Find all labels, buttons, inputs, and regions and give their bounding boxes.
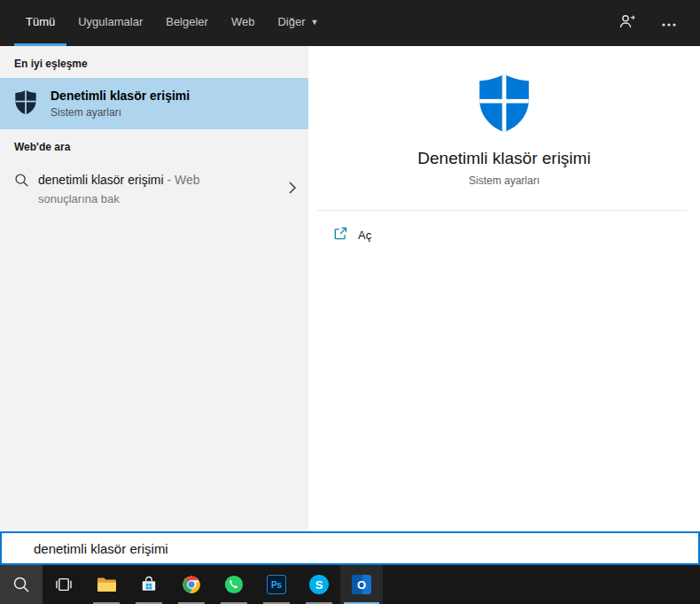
taskbar-photoshop[interactable]: Ps xyxy=(255,565,298,604)
photoshop-label: Ps xyxy=(271,580,282,590)
chevron-right-icon[interactable] xyxy=(287,179,298,200)
search-input[interactable] xyxy=(2,533,698,563)
web-search-text: denetimli klasör erişimi - Web sonuçları… xyxy=(38,171,200,208)
web-search-line2: sonuçlarına bak xyxy=(38,190,200,208)
preview-title: Denetimli klasör erişimi xyxy=(308,149,700,168)
taskbar-outlook[interactable]: O xyxy=(340,565,383,604)
ellipsis-icon[interactable] xyxy=(661,15,677,31)
open-action-label: Aç xyxy=(358,228,371,242)
web-search-header: Web'de ara xyxy=(0,129,308,161)
skype-icon: S xyxy=(309,575,329,594)
best-match-title: Denetimli klasör erişimi xyxy=(51,89,190,103)
tab-label: Diğer xyxy=(277,15,305,28)
outlook-label: O xyxy=(357,578,366,592)
tab-label: Tümü xyxy=(26,15,55,28)
tab-label: Belgeler xyxy=(166,15,208,28)
chrome-icon xyxy=(182,575,201,594)
tab-apps[interactable]: Uygulamalar xyxy=(66,0,154,46)
best-match-item[interactable]: Denetimli klasör erişimi Sistem ayarları xyxy=(0,78,308,129)
open-launch-icon xyxy=(333,226,348,244)
tab-documents[interactable]: Belgeler xyxy=(154,0,220,46)
tab-more[interactable]: Diğer ▼ xyxy=(266,0,330,46)
best-match-text: Denetimli klasör erişimi Sistem ayarları xyxy=(51,89,190,119)
taskbar-file-explorer[interactable] xyxy=(85,565,128,604)
web-search-line1: denetimli klasör erişimi - Web xyxy=(38,171,200,190)
taskbar-whatsapp[interactable] xyxy=(213,565,255,604)
store-icon xyxy=(140,576,158,593)
tab-bar-actions xyxy=(618,0,700,46)
taskbar-search-button[interactable] xyxy=(0,565,43,604)
tab-web[interactable]: Web xyxy=(220,0,267,46)
taskbar-task-view-button[interactable] xyxy=(43,565,85,604)
tab-label: Web xyxy=(231,15,255,28)
defender-shield-icon xyxy=(14,89,37,119)
chevron-down-icon: ▼ xyxy=(311,18,319,27)
taskbar-store[interactable] xyxy=(128,565,170,604)
whatsapp-icon xyxy=(224,575,244,594)
skype-label: S xyxy=(315,578,323,592)
open-action[interactable]: Aç xyxy=(308,211,700,244)
taskbar: Ps S O xyxy=(0,565,700,604)
web-search-suffix: - Web xyxy=(164,173,200,187)
web-search-query: denetimli klasör erişimi xyxy=(38,173,164,187)
photoshop-icon: Ps xyxy=(267,575,286,594)
best-match-header: En iyi eşleşme xyxy=(0,46,308,78)
search-flyout-tab-bar: Tümü Uygulamalar Belgeler Web Diğer ▼ xyxy=(0,0,700,46)
defender-shield-icon xyxy=(308,74,700,136)
taskbar-chrome[interactable] xyxy=(170,565,213,604)
result-preview-panel: Denetimli klasör erişimi Sistem ayarları… xyxy=(308,46,700,531)
tab-label: Uygulamalar xyxy=(78,15,143,28)
user-account-icon[interactable] xyxy=(618,12,636,34)
file-explorer-icon xyxy=(97,577,117,593)
best-match-subtitle: Sistem ayarları xyxy=(51,106,190,119)
search-box xyxy=(0,531,700,565)
search-results-panel: En iyi eşleşme Denetimli klasör erişimi … xyxy=(0,46,308,531)
search-icon xyxy=(14,173,29,191)
tab-all[interactable]: Tümü xyxy=(14,0,66,46)
web-search-item[interactable]: denetimli klasör erişimi - Web sonuçları… xyxy=(0,161,308,217)
preview-subtitle: Sistem ayarları xyxy=(308,174,700,187)
task-view-icon xyxy=(55,576,73,593)
taskbar-skype[interactable]: S xyxy=(298,565,340,604)
outlook-icon: O xyxy=(352,575,371,594)
search-icon xyxy=(12,576,30,593)
